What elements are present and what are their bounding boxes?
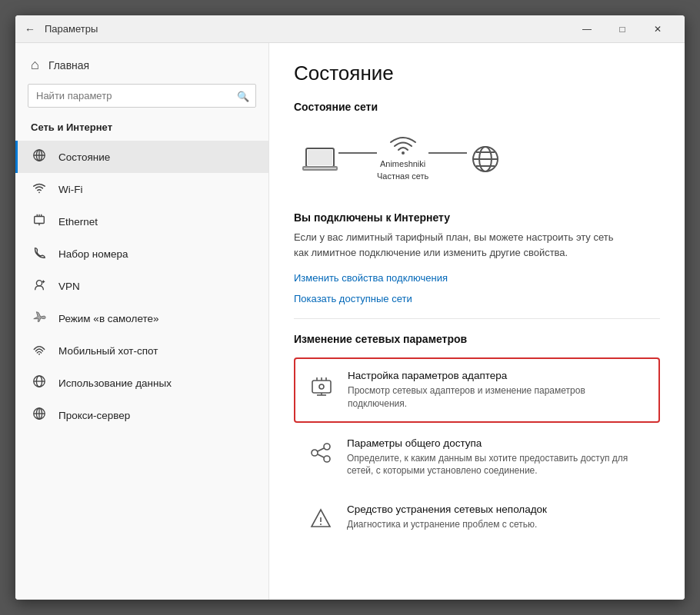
laptop-icon-block — [302, 144, 338, 175]
sharing-icon — [307, 439, 335, 467]
sidebar-item-airplane[interactable]: Режим «в самолете» — [15, 302, 268, 334]
window-controls: — □ ✕ — [569, 15, 675, 43]
svg-line-40 — [318, 448, 324, 451]
sidebar-item-wifi[interactable]: Wi-Fi — [15, 173, 268, 205]
sidebar-label-dialup: Набор номера — [58, 248, 128, 260]
link-properties[interactable]: Изменить свойства подключения — [294, 272, 660, 284]
link-available[interactable]: Показать доступные сети — [294, 293, 660, 304]
net-line-2 — [428, 152, 467, 154]
sharing-desc: Определите, к каким данным вы хотите пре… — [347, 452, 647, 478]
window-title: Параметры — [45, 23, 569, 35]
sidebar-label-ethernet: Ethernet — [58, 216, 98, 228]
hotspot-icon — [31, 342, 48, 359]
svg-rect-5 — [35, 217, 45, 224]
divider — [294, 318, 660, 319]
search-icon: 🔍 — [237, 90, 249, 101]
adapter-title: Настройка параметров адаптера — [348, 370, 646, 381]
svg-point-10 — [36, 281, 42, 286]
sidebar-item-dialup[interactable]: Набор номера — [15, 238, 268, 270]
connected-title: Вы подключены к Интернету — [294, 211, 660, 224]
adapter-desc: Просмотр сетевых адаптеров и изменение п… — [348, 384, 646, 411]
vpn-icon — [31, 278, 48, 294]
titlebar: ← Параметры — □ ✕ — [15, 15, 685, 43]
network-name: Animeshniki — [380, 159, 425, 168]
maximize-button[interactable]: □ — [605, 15, 640, 43]
sidebar-label-airplane: Режим «в самолете» — [58, 313, 159, 324]
svg-point-13 — [38, 354, 40, 355]
network-type: Частная сеть — [377, 171, 428, 181]
search-container: 🔍 — [28, 84, 256, 108]
svg-point-38 — [324, 444, 330, 450]
svg-point-43 — [320, 524, 322, 525]
svg-rect-23 — [308, 150, 332, 165]
svg-rect-22 — [303, 167, 337, 170]
sharing-title: Параметры общего доступа — [347, 437, 647, 449]
sidebar-label-vpn: VPN — [58, 281, 80, 292]
home-icon: ⌂ — [31, 57, 39, 73]
sidebar-label-hotspot: Мобильный хот-спот — [58, 345, 158, 357]
wifi-diagram-icon: Animeshniki Частная сеть — [377, 125, 428, 181]
svg-point-24 — [402, 151, 405, 155]
sidebar-label-status: Состояние — [58, 151, 110, 163]
connected-desc: Если у вас лимитный тарифный план, вы мо… — [294, 230, 617, 260]
troubleshoot-icon — [307, 505, 335, 533]
datausage-icon — [31, 374, 48, 391]
svg-rect-30 — [312, 381, 331, 393]
troubleshoot-desc: Диагностика и устранение проблем с сетью… — [347, 518, 647, 531]
sidebar-label-datausage: Использование данных — [58, 377, 172, 389]
network-diagram: Animeshniki Частная сеть — [294, 125, 660, 193]
sidebar-item-ethernet[interactable]: Ethernet — [15, 205, 268, 238]
action-troubleshoot[interactable]: Средство устранения сетевых неполадок Ди… — [294, 492, 660, 544]
ethernet-icon — [31, 213, 48, 230]
svg-point-36 — [319, 384, 324, 389]
proxy-icon — [31, 407, 48, 424]
content-area: Состояние Состояние сети — [269, 43, 685, 600]
troubleshoot-title: Средство устранения сетевых неполадок — [347, 504, 647, 515]
action-adapter[interactable]: Настройка параметров адаптера Просмотр с… — [294, 357, 660, 423]
net-line-1 — [338, 152, 377, 154]
sidebar-item-datausage[interactable]: Использование данных — [15, 367, 268, 399]
adapter-text-block: Настройка параметров адаптера Просмотр с… — [348, 370, 646, 411]
action-sharing[interactable]: Параметры общего доступа Определите, к к… — [294, 426, 660, 490]
svg-point-39 — [324, 456, 330, 462]
globe-icon-block — [467, 144, 504, 175]
home-nav-item[interactable]: ⌂ Главная — [15, 43, 268, 84]
change-section-title: Изменение сетевых параметров — [294, 333, 660, 345]
sidebar-item-proxy[interactable]: Прокси-сервер — [15, 399, 268, 431]
section-title: Сеть и Интернет — [15, 118, 268, 141]
page-title: Состояние — [294, 62, 660, 85]
airplane-icon — [31, 310, 48, 327]
sidebar-label-proxy: Прокси-сервер — [58, 410, 130, 421]
sidebar-item-status[interactable]: Состояние — [15, 141, 268, 173]
main-content: ⌂ Главная 🔍 Сеть и Интернет — [15, 43, 685, 600]
phone-icon — [31, 245, 48, 262]
minimize-button[interactable]: — — [569, 15, 605, 43]
back-button[interactable]: ← — [25, 23, 35, 35]
status-icon — [31, 148, 48, 165]
home-label: Главная — [48, 59, 89, 71]
adapter-icon — [308, 371, 335, 399]
network-section-title: Состояние сети — [294, 101, 660, 113]
search-input[interactable] — [28, 84, 256, 108]
app-window: ← Параметры — □ ✕ ⌂ Главная 🔍 Сеть и Инт… — [15, 15, 685, 600]
svg-point-4 — [38, 191, 40, 193]
sidebar-item-vpn[interactable]: VPN — [15, 270, 268, 302]
troubleshoot-text-block: Средство устранения сетевых неполадок Ди… — [347, 504, 647, 531]
sidebar-label-wifi: Wi-Fi — [58, 184, 82, 195]
svg-point-37 — [312, 450, 318, 456]
sidebar: ⌂ Главная 🔍 Сеть и Интернет — [15, 43, 269, 600]
sidebar-item-hotspot[interactable]: Мобильный хот-спот — [15, 334, 268, 367]
svg-line-41 — [318, 454, 324, 457]
sharing-text-block: Параметры общего доступа Определите, к к… — [347, 437, 647, 478]
wifi-icon — [31, 181, 48, 198]
close-button[interactable]: ✕ — [640, 15, 675, 43]
